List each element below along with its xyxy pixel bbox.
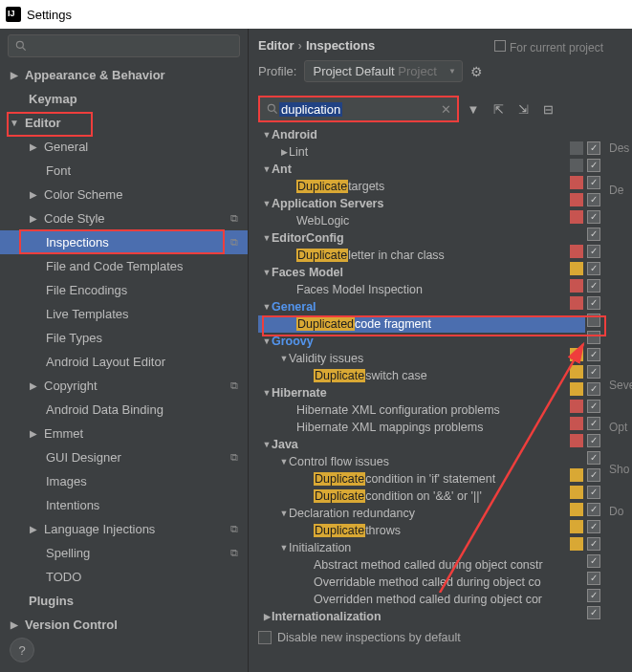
tree-keymap[interactable]: Keymap <box>0 87 248 111</box>
inspections-tree: ▼Android ▶Lint ▼Ant Duplicate targets ▼A… <box>258 126 585 625</box>
insp-lint[interactable]: ▶Lint <box>258 143 585 161</box>
search-text: duplication <box>279 102 342 117</box>
tree-vcs[interactable]: ▶Version Control <box>0 613 248 637</box>
insp-ovd[interactable]: Overridden method called during object c… <box>258 591 585 608</box>
insp-decl[interactable]: ▼Declaration redundancy <box>258 505 585 522</box>
title-bar: Settings <box>0 0 632 29</box>
profile-label: Profile: <box>258 64 296 78</box>
copy-icon: ⧉ <box>230 236 238 249</box>
insp-android[interactable]: ▼Android <box>258 126 585 143</box>
reset-icon[interactable]: ⊟ <box>537 98 558 119</box>
copy-icon: ⧉ <box>230 523 238 535</box>
right-meta-panel: DesDe SeveOpt ShoDo <box>605 141 632 547</box>
tree-gui[interactable]: GUI Designer⧉ <box>0 445 248 469</box>
tree-plugins[interactable]: Plugins <box>0 589 248 613</box>
sidebar-search[interactable] <box>8 34 240 57</box>
insp-ant[interactable]: ▼Ant <box>258 161 585 178</box>
insp-ovr[interactable]: Overridable method called during object … <box>258 574 585 591</box>
tree-color[interactable]: ▶Color Scheme <box>0 183 248 206</box>
insp-appservers[interactable]: ▼Application Servers <box>258 195 585 212</box>
disable-new-checkbox[interactable]: Disable new inspections by default <box>258 631 632 644</box>
insp-init[interactable]: ▼Initialization <box>258 539 585 556</box>
copy-icon: ⧉ <box>230 379 238 392</box>
insp-condif[interactable]: Duplicate condition in 'if' statement <box>258 470 585 488</box>
tree-spelling[interactable]: Spelling⧉ <box>0 541 248 565</box>
clear-icon[interactable]: ✕ <box>441 102 451 117</box>
app-icon <box>6 7 21 22</box>
tree-live[interactable]: Live Templates <box>0 302 248 326</box>
tree-intentions[interactable]: Intentions <box>0 493 248 517</box>
svg-line-3 <box>274 111 277 114</box>
insp-switch[interactable]: Duplicate switch case <box>258 367 585 384</box>
copy-icon: ⧉ <box>230 547 238 559</box>
insp-hibernate[interactable]: ▼Hibernate <box>258 384 585 401</box>
tree-copyright[interactable]: ▶Copyright⧉ <box>0 374 248 398</box>
collapse-icon[interactable]: ⇲ <box>512 98 534 119</box>
svg-point-2 <box>268 104 274 111</box>
insp-hib1[interactable]: Hibernate XML configuration problems <box>258 401 585 419</box>
insp-editorconfig[interactable]: ▼EditorConfig <box>258 229 585 247</box>
tree-templates[interactable]: File and Code Templates <box>0 254 248 278</box>
insp-validity[interactable]: ▼Validity issues <box>258 350 585 367</box>
tree-appearance[interactable]: ▶Appearance & Behavior <box>0 63 248 87</box>
insp-weblogic[interactable]: WebLogic <box>258 212 585 229</box>
settings-sidebar: ▶Appearance & Behavior Keymap ▼Editor ▶G… <box>0 29 249 672</box>
insp-throws[interactable]: Duplicate throws <box>258 522 585 539</box>
insp-java[interactable]: ▼Java <box>258 436 585 453</box>
insp-abs[interactable]: Abstract method called during object con… <box>258 556 585 574</box>
tree-layout[interactable]: Android Layout Editor <box>0 350 248 374</box>
insp-general[interactable]: ▼General <box>258 298 585 315</box>
insp-faces[interactable]: ▼Faces Model <box>258 264 585 281</box>
tree-font[interactable]: Font <box>0 159 248 183</box>
search-icon <box>14 39 28 53</box>
tree-codestyle[interactable]: ▶Code Style⧉ <box>0 206 248 230</box>
tree-editor[interactable]: ▼Editor <box>0 111 248 135</box>
checkbox-column: ✓✓ ✓✓ ✓✓ ✓✓ ✓✓ ✓✓ ✓✓ ✓✓ ✓✓ ✓✓ ✓✓ ✓✓ ✓✓ <box>587 141 602 623</box>
gear-icon[interactable]: ⚙ <box>470 64 483 79</box>
search-icon <box>266 102 279 116</box>
insp-dup-targets[interactable]: Duplicate targets <box>258 178 585 195</box>
inspection-search[interactable]: duplication ✕ <box>258 96 459 122</box>
tree-inspections[interactable]: Inspections⧉ <box>0 230 248 254</box>
inspection-checkbox[interactable]: ✓ <box>587 141 600 155</box>
profile-select[interactable]: Project Default Project <box>304 60 462 82</box>
tree-todo[interactable]: TODO <box>0 565 248 589</box>
insp-facesinsp[interactable]: Faces Model Inspection <box>258 281 585 298</box>
tree-databind[interactable]: Android Data Binding <box>0 398 248 422</box>
insp-codefrag[interactable]: Duplicated code fragment <box>258 315 585 333</box>
tree-filetypes[interactable]: File Types <box>0 326 248 350</box>
copy-icon: ⧉ <box>230 451 238 464</box>
tree-lang[interactable]: ▶Language Injections⧉ <box>0 517 248 541</box>
severity-column <box>570 141 583 623</box>
help-button[interactable]: ? <box>10 638 34 662</box>
tree-general[interactable]: ▶General <box>0 135 248 159</box>
insp-condand[interactable]: Duplicate condition on '&&' or '||' <box>258 488 585 505</box>
tree-encodings[interactable]: File Encodings <box>0 278 248 302</box>
settings-tree: ▶Appearance & Behavior Keymap ▼Editor ▶G… <box>0 63 248 672</box>
checkbox-icon <box>258 631 272 644</box>
svg-line-1 <box>23 48 26 51</box>
for-project-label: For current project <box>494 40 603 54</box>
insp-intl[interactable]: ▶Internationalization <box>258 608 585 625</box>
svg-point-0 <box>16 41 23 48</box>
expand-icon[interactable]: ⇱ <box>488 98 509 119</box>
insp-letter[interactable]: Duplicate letter in char class <box>258 247 585 264</box>
tree-emmet[interactable]: ▶Emmet <box>0 422 248 445</box>
window-title: Settings <box>27 8 72 22</box>
tree-images[interactable]: Images <box>0 469 248 493</box>
insp-cflow[interactable]: ▼Control flow issues <box>258 453 585 470</box>
copy-icon: ⧉ <box>230 212 238 225</box>
filter-icon[interactable]: ▼ <box>463 98 484 119</box>
insp-groovy[interactable]: ▼Groovy <box>258 333 585 350</box>
insp-hib2[interactable]: Hibernate XML mappings problems <box>258 419 585 436</box>
